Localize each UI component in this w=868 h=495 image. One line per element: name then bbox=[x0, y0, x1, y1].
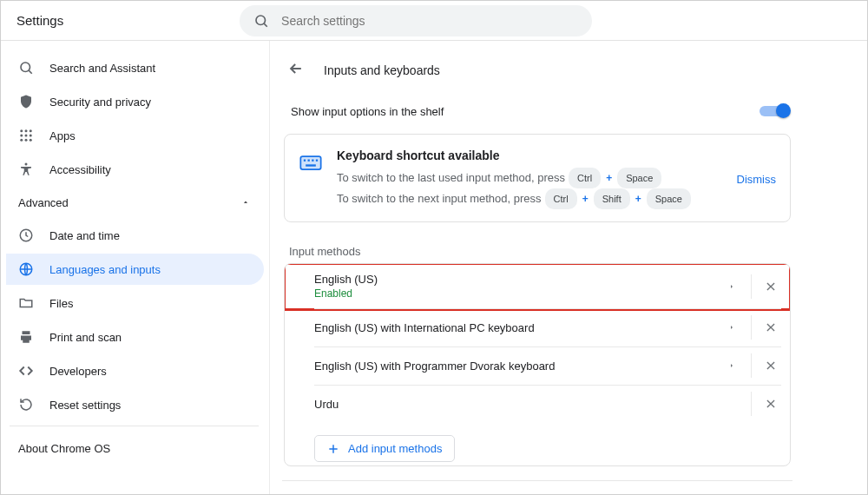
input-method-name: English (US) with International PC keybo… bbox=[314, 321, 713, 334]
sidebar-item-languages[interactable]: Languages and inputs bbox=[6, 254, 264, 285]
key-chip: Shift bbox=[594, 188, 630, 209]
svg-rect-22 bbox=[306, 164, 316, 166]
input-method-remove[interactable] bbox=[752, 280, 790, 293]
sidebar-item-about[interactable]: About Chrome OS bbox=[6, 432, 269, 465]
input-method-name: Urdu bbox=[314, 398, 713, 411]
shortcut-card: Keyboard shortcut available To switch to… bbox=[284, 134, 791, 222]
main-panel: Inputs and keyboards Show input options … bbox=[270, 41, 867, 494]
grid-icon bbox=[18, 128, 34, 143]
input-method-name: English (US) bbox=[314, 273, 713, 286]
svg-point-5 bbox=[25, 129, 28, 132]
clock-icon bbox=[18, 228, 34, 243]
sidebar-item-label: Search and Assistant bbox=[49, 62, 252, 75]
input-method-remove[interactable] bbox=[752, 321, 790, 333]
globe-icon bbox=[18, 261, 34, 277]
reset-icon bbox=[18, 397, 34, 412]
arrow-left-icon bbox=[287, 60, 305, 77]
input-method-row[interactable]: Urdu bbox=[285, 385, 790, 423]
sidebar-item-date-time[interactable]: Date and time bbox=[6, 220, 264, 251]
plus-icon: + bbox=[634, 189, 643, 208]
input-method-remove[interactable] bbox=[752, 360, 790, 372]
code-icon bbox=[18, 363, 34, 379]
plus-icon: + bbox=[581, 189, 590, 208]
svg-point-6 bbox=[30, 129, 32, 132]
svg-point-0 bbox=[256, 16, 266, 25]
add-input-methods-button[interactable]: Add input methods bbox=[314, 435, 455, 462]
svg-point-7 bbox=[20, 135, 23, 137]
shelf-option-label: Show input options in the shelf bbox=[291, 105, 444, 118]
input-methods-label: Input methods bbox=[289, 245, 792, 258]
keyboard-icon bbox=[299, 150, 323, 175]
sidebar-item-label: Files bbox=[49, 297, 252, 310]
shelf-toggle[interactable] bbox=[760, 102, 789, 120]
svg-point-2 bbox=[21, 63, 30, 72]
shortcut-line-2: To switch to the next input method, pres… bbox=[337, 188, 716, 209]
page-title: Settings bbox=[16, 13, 63, 28]
shelf-option-row[interactable]: Show input options in the shelf bbox=[282, 96, 792, 129]
sidebar-item-apps[interactable]: Apps bbox=[6, 120, 264, 151]
dismiss-button[interactable]: Dismiss bbox=[737, 173, 777, 186]
shield-icon bbox=[18, 94, 34, 109]
svg-point-8 bbox=[25, 135, 28, 137]
svg-point-9 bbox=[30, 135, 32, 137]
search-icon bbox=[253, 13, 269, 29]
input-method-settings[interactable] bbox=[713, 360, 751, 371]
svg-point-11 bbox=[25, 139, 28, 142]
spelling-row[interactable]: Spelling and grammar check Grammar check… bbox=[282, 481, 792, 494]
svg-rect-16 bbox=[300, 156, 320, 169]
input-method-row[interactable]: English (US) with Programmer Dvorak keyb… bbox=[285, 346, 790, 385]
sidebar-item-label: Developers bbox=[49, 365, 252, 378]
sidebar-item-label: Accessibility bbox=[49, 163, 252, 176]
sidebar-item-developers[interactable]: Developers bbox=[6, 355, 264, 386]
sidebar-item-label: Apps bbox=[49, 129, 252, 142]
search-bar[interactable] bbox=[240, 5, 592, 36]
chevron-up-icon bbox=[241, 198, 250, 207]
accessibility-icon bbox=[18, 162, 34, 177]
key-chip: Space bbox=[617, 168, 661, 188]
key-chip: Ctrl bbox=[569, 168, 601, 188]
input-method-row[interactable]: English (US) Enabled bbox=[285, 264, 790, 308]
print-icon bbox=[18, 329, 34, 345]
sidebar-item-security[interactable]: Security and privacy bbox=[6, 86, 264, 117]
svg-rect-21 bbox=[316, 160, 318, 162]
chevron-right-icon bbox=[728, 360, 735, 371]
input-method-status: Enabled bbox=[314, 287, 713, 300]
close-icon bbox=[765, 360, 777, 372]
sidebar-item-label: Security and privacy bbox=[49, 96, 252, 109]
shortcut-title: Keyboard shortcut available bbox=[337, 148, 716, 162]
input-method-name: English (US) with Programmer Dvorak keyb… bbox=[314, 360, 713, 373]
svg-line-1 bbox=[264, 23, 267, 27]
sidebar-item-print[interactable]: Print and scan bbox=[6, 321, 264, 353]
plus-icon bbox=[327, 443, 339, 455]
header: Settings bbox=[1, 1, 867, 41]
svg-rect-20 bbox=[312, 160, 313, 162]
key-chip: Ctrl bbox=[545, 188, 577, 209]
back-button[interactable] bbox=[287, 60, 305, 80]
search-input[interactable] bbox=[281, 14, 578, 28]
close-icon bbox=[765, 398, 777, 410]
sidebar: Search and Assistant Security and privac… bbox=[1, 41, 270, 494]
input-method-row[interactable]: English (US) with International PC keybo… bbox=[285, 308, 790, 346]
svg-rect-19 bbox=[308, 160, 310, 162]
sidebar-advanced[interactable]: Advanced bbox=[6, 188, 269, 217]
sidebar-item-label: Print and scan bbox=[49, 331, 252, 344]
close-icon bbox=[765, 321, 777, 333]
divider bbox=[10, 426, 259, 426]
sidebar-item-files[interactable]: Files bbox=[6, 287, 264, 319]
svg-point-10 bbox=[20, 139, 23, 142]
subpage-title: Inputs and keyboards bbox=[324, 63, 440, 77]
input-method-settings[interactable] bbox=[713, 281, 751, 292]
svg-line-3 bbox=[29, 70, 32, 74]
sidebar-item-accessibility[interactable]: Accessibility bbox=[6, 154, 264, 185]
sidebar-item-label: Date and time bbox=[49, 229, 252, 242]
input-method-remove[interactable] bbox=[752, 398, 790, 410]
search-icon bbox=[18, 60, 34, 76]
sidebar-item-reset[interactable]: Reset settings bbox=[6, 389, 264, 420]
sidebar-item-search-assistant[interactable]: Search and Assistant bbox=[6, 52, 264, 83]
shortcut-line-1: To switch to the last used input method,… bbox=[337, 168, 716, 188]
sidebar-advanced-label: Advanced bbox=[18, 196, 69, 209]
sidebar-item-label: Languages and inputs bbox=[49, 263, 252, 276]
key-chip: Space bbox=[647, 188, 691, 209]
input-method-settings[interactable] bbox=[713, 322, 751, 333]
svg-point-12 bbox=[30, 139, 32, 142]
